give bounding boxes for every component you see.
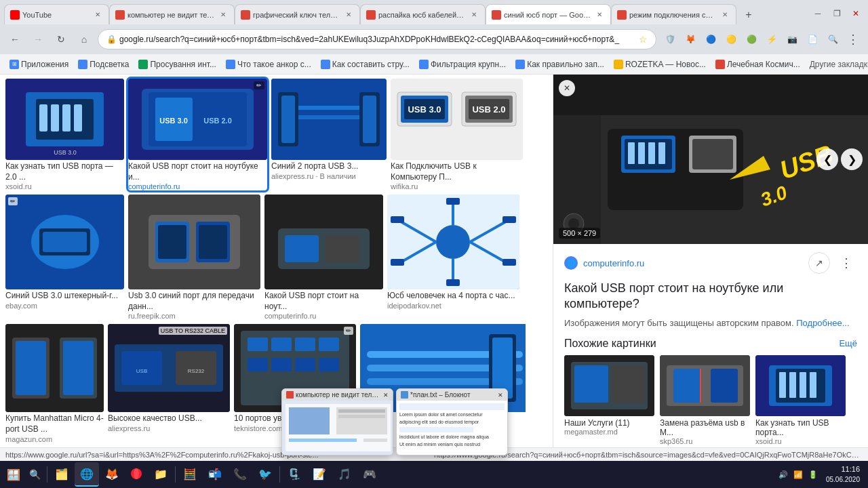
taskbar-search[interactable]: 🔍 <box>25 462 45 487</box>
source-domain-link[interactable]: computerinfo.ru <box>583 258 803 268</box>
similar-item-2[interactable]: Замена разъёма usb в М... skp365.ru <box>660 355 750 445</box>
extension-icon-3[interactable]: 🔵 <box>701 30 720 49</box>
tab-computer-close[interactable]: ✕ <box>218 9 229 20</box>
bookmark-lecheb[interactable]: Лечебная Космич... <box>711 58 804 70</box>
result-caption-10: Высокое качество USB... <box>108 413 230 424</box>
share-button[interactable]: ↗ <box>808 252 830 274</box>
result-item-9[interactable]: Купить Manhattan Micro 4-port USB ... ma… <box>5 324 104 443</box>
tab-mode[interactable]: режим подключения смар... ✕ <box>611 4 736 24</box>
extension-icon-4[interactable]: 🟡 <box>722 30 741 49</box>
tab-computer[interactable]: компьютер не видит телефо... ✕ <box>109 4 235 24</box>
side-panel-info: 🌐 computerinfo.ru ↗ ⋮ Какой USB порт сто… <box>553 244 868 461</box>
similar-item-3[interactable]: Как узнать тип USB порта... xsoid.ru <box>755 355 846 445</box>
taskbar-app-firefox[interactable]: 🦊 <box>100 462 124 487</box>
tray-icon-3[interactable]: 🔋 <box>806 468 820 481</box>
back-button[interactable]: ← <box>5 30 24 49</box>
bookmark-struct[interactable]: Как составить стру... <box>317 58 414 70</box>
svg-rect-44 <box>326 235 359 262</box>
bookmark-prosuv[interactable]: Просування инт... <box>134 58 220 70</box>
bookmark-ankor[interactable]: Что такое анкор с... <box>222 58 315 70</box>
taskbar-app-mail[interactable]: 📬 <box>203 462 227 487</box>
refresh-button[interactable]: ↻ <box>52 30 71 49</box>
taskbar-app-media[interactable]: 🎵 <box>332 462 357 487</box>
tab-graphic[interactable]: графический ключ телефо... ✕ <box>235 4 360 24</box>
svg-rect-19 <box>363 96 376 143</box>
bookmark-star-icon[interactable]: ☆ <box>639 34 648 45</box>
extension-icon-5[interactable]: 🟢 <box>742 30 761 49</box>
preview2-close[interactable]: ✕ <box>498 392 503 399</box>
tab-youtube[interactable]: YouTube ✕ <box>4 4 109 24</box>
tab-youtube-close[interactable]: ✕ <box>92 9 103 20</box>
bookmark-rozetka[interactable]: ROZETKA — Новос... <box>610 58 710 70</box>
similar-source-1: megamaster.md <box>564 428 654 436</box>
result-item-2[interactable]: USB 3.0 USB 2.0 ✏ Какой USB порт стоит н… <box>128 79 267 190</box>
extension-icon-7[interactable]: 📷 <box>783 30 802 49</box>
taskbar-app-calc[interactable]: 🧮 <box>178 462 202 487</box>
taskbar-preview-2[interactable]: *план.txt – Блокнот ✕ Lorem ipsum dolor … <box>396 388 508 455</box>
tab-graphic-close[interactable]: ✕ <box>343 9 354 20</box>
svg-rect-34 <box>43 232 87 252</box>
taskbar-app-bird[interactable]: 🐦 <box>253 462 277 487</box>
taskbar-app-chrome[interactable]: 🌐 <box>75 462 99 487</box>
taskbar-app-game[interactable]: 🎮 <box>357 462 382 487</box>
svg-text:USB 3.0: USB 3.0 <box>159 117 188 125</box>
address-input[interactable]: 🔒 google.ru/search?q=синий+юсб+порт&tbm=… <box>98 29 656 49</box>
similar-item-1[interactable]: Наши Услуги (11) megamaster.md <box>564 355 654 445</box>
close-window-button[interactable]: ✕ <box>848 5 864 22</box>
similar-more-link[interactable]: Ещё <box>839 338 857 348</box>
tray-icon-2[interactable]: 📶 <box>791 468 805 481</box>
result-item-1[interactable]: USB 3.0 Как узнать тип USB порта — 2.0 .… <box>5 79 124 190</box>
result-item-5[interactable]: ✏ Синий USB 3.0 штекерный-г... ebay.com <box>5 195 124 310</box>
result-item-6[interactable]: Usb 3.0 синий порт для передачи данн... … <box>128 195 260 320</box>
tab-cables[interactable]: распайка юсб кабелей для... ✕ <box>360 4 486 24</box>
similar-caption-2: Замена разъёма usb в М... <box>660 418 750 437</box>
tab-cables-close[interactable]: ✕ <box>469 9 479 20</box>
taskbar-app-explorer[interactable]: 📁 <box>149 462 173 487</box>
bookmark-more[interactable]: Другие закладки ▾ <box>806 58 868 70</box>
result-source-10: aliexpress.ru <box>108 424 230 432</box>
tab-cables-label: распайка юсб кабелей для... <box>378 11 466 19</box>
result-item-3[interactable]: Синий 2 порта USB 3... aliexpress.ru · В… <box>271 79 387 180</box>
start-button[interactable]: 🪟 <box>3 462 24 487</box>
taskbar-app-files[interactable]: 🗂️ <box>50 462 74 487</box>
result-item-4[interactable]: USB 3.0 USB 2.0 Как Подключить USB к Ком… <box>391 79 523 190</box>
bookmark-pravil[interactable]: Как правильно зап... <box>511 58 608 70</box>
restore-button[interactable]: ❐ <box>829 5 845 22</box>
tab-graphic-label: графический ключ телефо... <box>253 11 340 19</box>
new-tab-button[interactable]: + <box>739 5 758 24</box>
svg-rect-43 <box>285 235 319 262</box>
side-panel-prev-button[interactable]: ❮ <box>816 148 838 170</box>
result-item-8[interactable]: Юсб человечек на 4 порта с час... ideipo… <box>387 195 519 310</box>
tray-icon-1[interactable]: 🔊 <box>776 468 790 481</box>
tab-mode-close[interactable]: ✕ <box>719 9 730 20</box>
forward-button[interactable]: → <box>28 30 47 49</box>
minimize-button[interactable]: ─ <box>810 5 826 22</box>
extension-icon-6[interactable]: ⚡ <box>762 30 781 49</box>
clock-time: 11:16 <box>826 464 860 474</box>
side-panel-next-button[interactable]: ❯ <box>841 148 863 170</box>
extension-icon-8[interactable]: 📄 <box>803 30 822 49</box>
taskbar-app-winrar[interactable]: 🗜️ <box>282 462 307 487</box>
extension-icon-2[interactable]: 🦊 <box>681 30 700 49</box>
panel-more-link[interactable]: Подробнее... <box>796 318 849 328</box>
taskbar-app-viber[interactable]: 📞 <box>228 462 252 487</box>
result-item-10[interactable]: USB TO RS232 CABLE USB RS232 Высокое кач… <box>108 324 230 432</box>
filter-icon <box>419 60 429 69</box>
bookmark-podsveta[interactable]: Подсветка <box>74 58 133 70</box>
home-button[interactable]: ⌂ <box>75 30 94 49</box>
result-item-7[interactable]: Какой USB порт стоит на ноут... computer… <box>264 195 383 320</box>
taskbar-app-word[interactable]: 📝 <box>307 462 332 487</box>
bookmark-filter[interactable]: Фильтрация крупн... <box>415 58 510 70</box>
more-options-button[interactable]: ⋮ <box>835 252 857 274</box>
taskbar-preview-1[interactable]: компьютер не видит телефо... ✕ <box>281 388 393 455</box>
extension-icon-1[interactable]: 🛡️ <box>660 30 679 49</box>
tab-usb-close[interactable]: ✕ <box>594 9 605 20</box>
taskbar-clock[interactable]: 11:16 05.06.2020 <box>821 464 865 484</box>
bookmark-apps[interactable]: ⊞ Приложения <box>5 58 73 70</box>
side-panel-close-button[interactable]: ✕ <box>559 80 575 96</box>
extension-icon-9[interactable]: 🔍 <box>823 30 842 49</box>
tab-usb-blue[interactable]: синий юсб порт — Google ... ✕ <box>486 4 611 24</box>
preview1-close[interactable]: ✕ <box>383 392 389 399</box>
menu-button[interactable]: ⋮ <box>844 30 863 49</box>
taskbar-app-opera[interactable] <box>125 462 148 487</box>
